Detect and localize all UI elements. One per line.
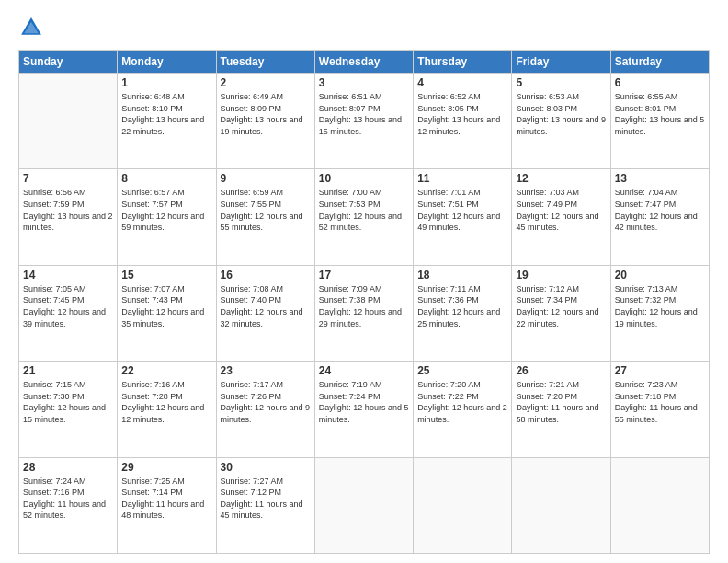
day-info: Sunrise: 7:11 AMSunset: 7:36 PMDaylight:…: [417, 283, 507, 329]
day-info: Sunrise: 7:19 AMSunset: 7:24 PMDaylight:…: [319, 379, 409, 425]
day-info: Sunrise: 7:25 AMSunset: 7:14 PMDaylight:…: [121, 476, 211, 522]
calendar-cell: 12Sunrise: 7:03 AMSunset: 7:49 PMDayligh…: [512, 169, 610, 265]
day-number: 1: [121, 76, 211, 89]
day-number: 3: [319, 76, 409, 89]
day-number: 22: [121, 364, 211, 377]
calendar-cell: 8Sunrise: 6:57 AMSunset: 7:57 PMDaylight…: [118, 169, 216, 265]
day-info: Sunrise: 6:49 AMSunset: 8:09 PMDaylight:…: [221, 91, 311, 137]
day-number: 10: [319, 172, 409, 185]
day-info: Sunrise: 7:20 AMSunset: 7:22 PMDaylight:…: [417, 379, 507, 425]
day-info: Sunrise: 7:04 AMSunset: 7:47 PMDaylight:…: [615, 187, 705, 233]
day-info: Sunrise: 7:00 AMSunset: 7:53 PMDaylight:…: [319, 187, 409, 233]
day-info: Sunrise: 7:21 AMSunset: 7:20 PMDaylight:…: [516, 379, 606, 425]
day-number: 8: [121, 172, 211, 185]
day-info: Sunrise: 6:59 AMSunset: 7:55 PMDaylight:…: [221, 187, 311, 233]
day-number: 13: [615, 172, 705, 185]
calendar-cell: 26Sunrise: 7:21 AMSunset: 7:20 PMDayligh…: [512, 362, 610, 457]
day-number: 29: [121, 461, 211, 474]
day-number: 4: [417, 76, 507, 89]
day-info: Sunrise: 7:08 AMSunset: 7:40 PMDaylight:…: [221, 283, 311, 329]
day-info: Sunrise: 7:07 AMSunset: 7:43 PMDaylight:…: [121, 283, 211, 329]
day-number: 5: [516, 76, 606, 89]
day-info: Sunrise: 7:27 AMSunset: 7:12 PMDaylight:…: [221, 476, 311, 522]
day-info: Sunrise: 6:57 AMSunset: 7:57 PMDaylight:…: [121, 187, 211, 233]
day-info: Sunrise: 7:23 AMSunset: 7:18 PMDaylight:…: [615, 379, 705, 425]
day-number: 20: [615, 269, 705, 282]
day-number: 11: [417, 172, 507, 185]
day-number: 14: [23, 269, 113, 282]
day-number: 19: [516, 269, 606, 282]
day-number: 27: [615, 364, 705, 377]
week-row-4: 28Sunrise: 7:24 AMSunset: 7:16 PMDayligh…: [19, 457, 710, 553]
calendar-cell: 25Sunrise: 7:20 AMSunset: 7:22 PMDayligh…: [414, 362, 512, 457]
calendar-table: SundayMondayTuesdayWednesdayThursdayFrid…: [18, 50, 710, 554]
week-row-3: 21Sunrise: 7:15 AMSunset: 7:30 PMDayligh…: [19, 362, 710, 457]
day-number: 16: [221, 269, 311, 282]
day-number: 21: [23, 364, 113, 377]
day-info: Sunrise: 7:05 AMSunset: 7:45 PMDaylight:…: [23, 283, 113, 329]
calendar-cell: 3Sunrise: 6:51 AMSunset: 8:07 PMDaylight…: [314, 74, 413, 169]
week-row-2: 14Sunrise: 7:05 AMSunset: 7:45 PMDayligh…: [19, 265, 710, 361]
day-info: Sunrise: 6:55 AMSunset: 8:01 PMDaylight:…: [615, 91, 705, 137]
calendar-cell: 23Sunrise: 7:17 AMSunset: 7:26 PMDayligh…: [216, 362, 314, 457]
weekday-header-saturday: Saturday: [610, 51, 709, 74]
calendar-cell: 16Sunrise: 7:08 AMSunset: 7:40 PMDayligh…: [216, 265, 314, 361]
logo-icon: [18, 15, 44, 40]
calendar-cell: 17Sunrise: 7:09 AMSunset: 7:38 PMDayligh…: [314, 265, 413, 361]
calendar-cell: [19, 74, 118, 169]
calendar-cell: 19Sunrise: 7:12 AMSunset: 7:34 PMDayligh…: [512, 265, 610, 361]
calendar-cell: [610, 457, 709, 553]
day-info: Sunrise: 7:17 AMSunset: 7:26 PMDaylight:…: [221, 379, 311, 425]
day-number: 18: [417, 269, 507, 282]
header: [18, 15, 710, 40]
weekday-header-friday: Friday: [512, 51, 610, 74]
day-info: Sunrise: 7:12 AMSunset: 7:34 PMDaylight:…: [516, 283, 606, 329]
calendar-cell: [512, 457, 610, 553]
page: SundayMondayTuesdayWednesdayThursdayFrid…: [0, 0, 728, 563]
day-number: 9: [221, 172, 311, 185]
day-number: 12: [516, 172, 606, 185]
weekday-header-tuesday: Tuesday: [216, 51, 314, 74]
day-info: Sunrise: 6:56 AMSunset: 7:59 PMDaylight:…: [23, 187, 113, 233]
calendar-cell: 5Sunrise: 6:53 AMSunset: 8:03 PMDaylight…: [512, 74, 610, 169]
calendar-cell: 27Sunrise: 7:23 AMSunset: 7:18 PMDayligh…: [610, 362, 709, 457]
calendar-cell: 14Sunrise: 7:05 AMSunset: 7:45 PMDayligh…: [19, 265, 118, 361]
day-info: Sunrise: 6:48 AMSunset: 8:10 PMDaylight:…: [121, 91, 211, 137]
day-info: Sunrise: 7:03 AMSunset: 7:49 PMDaylight:…: [516, 187, 606, 233]
day-number: 7: [23, 172, 113, 185]
day-info: Sunrise: 6:52 AMSunset: 8:05 PMDaylight:…: [417, 91, 507, 137]
weekday-header-sunday: Sunday: [19, 51, 118, 74]
day-number: 25: [417, 364, 507, 377]
day-info: Sunrise: 7:09 AMSunset: 7:38 PMDaylight:…: [319, 283, 409, 329]
calendar-cell: 22Sunrise: 7:16 AMSunset: 7:28 PMDayligh…: [118, 362, 216, 457]
calendar-cell: 9Sunrise: 6:59 AMSunset: 7:55 PMDaylight…: [216, 169, 314, 265]
calendar-cell: 11Sunrise: 7:01 AMSunset: 7:51 PMDayligh…: [414, 169, 512, 265]
calendar-cell: 6Sunrise: 6:55 AMSunset: 8:01 PMDaylight…: [610, 74, 709, 169]
calendar-cell: 30Sunrise: 7:27 AMSunset: 7:12 PMDayligh…: [216, 457, 314, 553]
day-number: 17: [319, 269, 409, 282]
calendar-cell: 21Sunrise: 7:15 AMSunset: 7:30 PMDayligh…: [19, 362, 118, 457]
day-info: Sunrise: 6:51 AMSunset: 8:07 PMDaylight:…: [319, 91, 409, 137]
weekday-header-thursday: Thursday: [414, 51, 512, 74]
day-info: Sunrise: 7:16 AMSunset: 7:28 PMDaylight:…: [121, 379, 211, 425]
logo: [18, 15, 48, 40]
calendar-cell: 24Sunrise: 7:19 AMSunset: 7:24 PMDayligh…: [314, 362, 413, 457]
day-number: 30: [221, 461, 311, 474]
week-row-0: 1Sunrise: 6:48 AMSunset: 8:10 PMDaylight…: [19, 74, 710, 169]
calendar-cell: [314, 457, 413, 553]
calendar-cell: 15Sunrise: 7:07 AMSunset: 7:43 PMDayligh…: [118, 265, 216, 361]
calendar-cell: 18Sunrise: 7:11 AMSunset: 7:36 PMDayligh…: [414, 265, 512, 361]
calendar-cell: [414, 457, 512, 553]
calendar-cell: 29Sunrise: 7:25 AMSunset: 7:14 PMDayligh…: [118, 457, 216, 553]
calendar-cell: 1Sunrise: 6:48 AMSunset: 8:10 PMDaylight…: [118, 74, 216, 169]
calendar-cell: 4Sunrise: 6:52 AMSunset: 8:05 PMDaylight…: [414, 74, 512, 169]
day-number: 6: [615, 76, 705, 89]
day-number: 2: [221, 76, 311, 89]
calendar-cell: 20Sunrise: 7:13 AMSunset: 7:32 PMDayligh…: [610, 265, 709, 361]
calendar-cell: 13Sunrise: 7:04 AMSunset: 7:47 PMDayligh…: [610, 169, 709, 265]
day-info: Sunrise: 6:53 AMSunset: 8:03 PMDaylight:…: [516, 91, 606, 137]
day-number: 28: [23, 461, 113, 474]
calendar-cell: 2Sunrise: 6:49 AMSunset: 8:09 PMDaylight…: [216, 74, 314, 169]
day-info: Sunrise: 7:01 AMSunset: 7:51 PMDaylight:…: [417, 187, 507, 233]
day-info: Sunrise: 7:15 AMSunset: 7:30 PMDaylight:…: [23, 379, 113, 425]
